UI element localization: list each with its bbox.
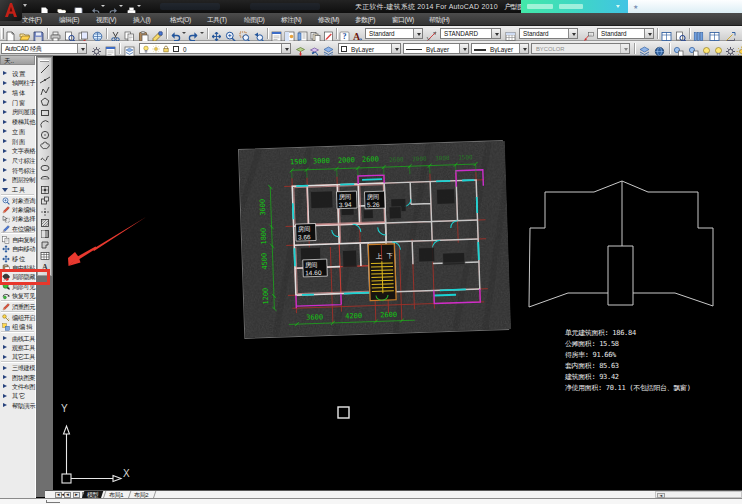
menu-modify[interactable]: 修改(M) xyxy=(318,16,339,25)
qat-new-button[interactable] xyxy=(40,2,51,11)
make-layer-current-button[interactable] xyxy=(295,43,306,54)
new-button[interactable] xyxy=(5,28,16,39)
qat-open-button[interactable] xyxy=(57,2,68,11)
properties-button[interactable] xyxy=(271,28,282,39)
menu-format[interactable]: 格式(O) xyxy=(170,16,191,25)
menu-insert[interactable]: 插入(I) xyxy=(133,16,150,25)
favorites-star-icon[interactable]: ★ xyxy=(633,3,638,10)
layer-previous-button[interactable] xyxy=(309,43,320,54)
application-menu-button[interactable] xyxy=(0,0,22,21)
layer-states-button[interactable] xyxy=(323,43,334,54)
qat-plot-dropdown-icon[interactable] xyxy=(137,5,141,7)
draw-ellipse-arc-button[interactable] xyxy=(40,174,50,184)
draw-make-block-button[interactable] xyxy=(40,196,50,206)
layer-properties-manager-button[interactable] xyxy=(124,43,135,54)
sidebar-item-stairs-other[interactable]: 楼梯其他 xyxy=(0,117,35,127)
draw-insert-block-button[interactable] xyxy=(40,185,50,195)
sidebar-item-settings[interactable]: 设 置 xyxy=(0,69,35,79)
plot-style-combo[interactable]: BYCOLOR xyxy=(531,43,630,54)
pickbox-cursor[interactable] xyxy=(338,407,349,418)
layer-freeze-button[interactable] xyxy=(725,43,736,54)
draw-line-button[interactable] xyxy=(40,64,50,74)
design-center-button[interactable] xyxy=(284,28,295,39)
workspace-settings-button[interactable] xyxy=(91,43,102,54)
menu-window[interactable]: 窗口(W) xyxy=(392,16,414,25)
sidebar-item-wall[interactable]: 墙 体 xyxy=(0,88,35,98)
qat-save-button[interactable] xyxy=(74,2,85,11)
match-properties-button[interactable] xyxy=(152,28,163,39)
menu-draw[interactable]: 绘图(D) xyxy=(244,16,264,25)
sidebar-item-text-table[interactable]: 文字表格 xyxy=(0,146,35,156)
sidebar-item-room-roof[interactable]: 房间屋顶 xyxy=(0,107,35,117)
sidebar-item-grid-column[interactable]: 轴网柱子 xyxy=(0,78,35,88)
layer-lock-icon[interactable] xyxy=(162,45,170,53)
combo-dropdown-icon[interactable] xyxy=(568,29,577,38)
tool-palettes-button[interactable] xyxy=(297,28,308,39)
pan-button[interactable] xyxy=(211,28,222,39)
menu-view[interactable]: 视图(V) xyxy=(96,16,116,25)
sidebar-item-restore-visible[interactable]: 恢复可见 xyxy=(0,291,35,301)
sidebar-item-help-demo[interactable]: 帮助演示 xyxy=(0,400,35,410)
infocenter-search-input[interactable] xyxy=(521,0,628,13)
combo-dropdown-icon[interactable] xyxy=(644,29,653,38)
cut-button[interactable] xyxy=(110,28,121,39)
sidebar-item-door-window[interactable]: 门 窗 xyxy=(0,98,35,108)
annotation-visibility-button[interactable] xyxy=(709,28,720,39)
undo-dropdown-icon[interactable] xyxy=(182,32,186,34)
command-line-area[interactable] xyxy=(0,498,742,504)
menu-edit[interactable]: 编辑(E) xyxy=(59,16,79,25)
paste-button[interactable] xyxy=(138,28,149,39)
drawing-canvas[interactable]: 上 下 1500 3000 2000 2600 xyxy=(53,56,742,490)
table-style-combo[interactable]: Standard xyxy=(519,28,578,39)
workspace-combo[interactable]: AutoCAD 经典 xyxy=(1,43,87,54)
save-button[interactable] xyxy=(33,28,44,39)
plot-button[interactable] xyxy=(50,28,61,39)
3d-dwf-button[interactable] xyxy=(92,28,103,39)
zoom-window-button[interactable] xyxy=(239,28,250,39)
sidebar-item-section[interactable]: 剖 面 xyxy=(0,136,35,146)
sidebar-item-dimension[interactable]: 尺寸标注 xyxy=(0,156,35,166)
combo-dropdown-icon[interactable] xyxy=(519,44,528,53)
draw-table-button[interactable] xyxy=(40,251,50,261)
multileader-style-icon[interactable] xyxy=(583,28,594,39)
my-workspace-button[interactable] xyxy=(105,43,116,54)
layer-thaw-button[interactable] xyxy=(736,43,742,54)
table-style-icon[interactable] xyxy=(505,28,516,39)
dim-style-combo[interactable]: STANDARD xyxy=(440,28,501,39)
layer-isolate-button[interactable] xyxy=(688,43,699,54)
viewport-button[interactable] xyxy=(661,28,672,39)
draw-hatch-button[interactable] xyxy=(40,218,50,228)
layer-on-bulb-icon[interactable] xyxy=(142,45,150,53)
layer-combo[interactable]: 0 xyxy=(139,43,291,54)
sidebar-item-remove-duplicates[interactable]: 消重图元 xyxy=(0,302,35,312)
redo-dropdown-icon[interactable] xyxy=(200,32,204,34)
screen-menu-header[interactable]: 天.. xyxy=(0,55,35,65)
linetype-combo[interactable]: ByLayer xyxy=(403,43,469,54)
draw-region-button[interactable] xyxy=(40,240,50,250)
combo-dropdown-icon[interactable] xyxy=(491,29,500,38)
etransmit-button[interactable] xyxy=(639,43,650,54)
combo-dropdown-icon[interactable] xyxy=(459,44,468,53)
menu-parameters[interactable]: 参数(P) xyxy=(355,16,375,25)
horizontal-scrollbar[interactable]: ◄ xyxy=(655,491,742,498)
draw-circle-button[interactable] xyxy=(40,130,50,140)
zoom-previous-button[interactable] xyxy=(253,28,264,39)
redo-button[interactable] xyxy=(188,28,199,39)
sidebar-item-elevation[interactable]: 立 面 xyxy=(0,127,35,137)
plot-preview-button[interactable] xyxy=(64,28,75,39)
menu-tools[interactable]: 工具(T) xyxy=(207,16,227,25)
help-button[interactable] xyxy=(339,28,350,39)
draw-revision-cloud-button[interactable] xyxy=(40,141,50,151)
qat-redo-dropdown-icon[interactable] xyxy=(119,5,123,7)
color-combo[interactable]: ByLayer xyxy=(338,43,401,54)
draw-spline-button[interactable] xyxy=(40,152,50,162)
markup-set-manager-button[interactable] xyxy=(323,28,334,39)
qat-undo-dropdown-icon[interactable] xyxy=(101,5,105,7)
draw-rectangle-button[interactable] xyxy=(40,108,50,118)
text-style-combo[interactable]: Standard xyxy=(365,28,423,39)
combo-dropdown-icon[interactable] xyxy=(77,44,86,53)
sidebar-item-other-tools[interactable]: 其它工具 xyxy=(0,352,35,362)
text-style-icon[interactable] xyxy=(352,28,363,39)
draw-gradient-button[interactable] xyxy=(40,229,50,239)
layer-off-button[interactable] xyxy=(673,43,684,54)
